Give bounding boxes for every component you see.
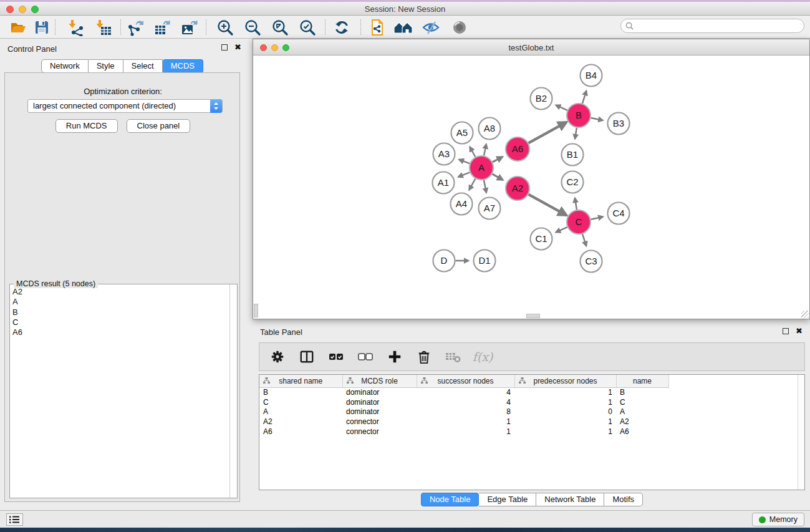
delete-table-button[interactable] xyxy=(444,347,463,366)
edge-A-A4[interactable] xyxy=(469,179,475,190)
table-cell[interactable]: 4 xyxy=(417,387,514,397)
edge-C-C1[interactable] xyxy=(556,227,567,232)
mcds-result-item[interactable]: A2 xyxy=(12,287,229,297)
close-panel-icon[interactable]: ✖ xyxy=(234,44,241,51)
node-table-grid[interactable]: shared nameMCDS rolesuccessor nodesprede… xyxy=(259,375,669,437)
edge-A2-C[interactable] xyxy=(529,195,567,216)
edge-B-B4[interactable] xyxy=(582,90,586,104)
table-cell[interactable]: A xyxy=(259,407,342,417)
edge-A6-B[interactable] xyxy=(529,122,567,143)
hide-selected-button[interactable] xyxy=(419,17,443,37)
mcds-result-scrollbar[interactable] xyxy=(229,284,237,498)
export-table-button[interactable] xyxy=(151,17,175,37)
edge-C-C3[interactable] xyxy=(582,234,586,246)
graph-node-C2[interactable]: C2 xyxy=(562,172,584,193)
open-file-button[interactable] xyxy=(6,17,30,37)
import-table-button[interactable] xyxy=(92,17,115,37)
table-cell[interactable]: C xyxy=(259,397,342,407)
edge-A-A3[interactable] xyxy=(459,160,470,163)
select-all-checkboxes-button[interactable] xyxy=(327,347,345,366)
column-header-shared-name[interactable]: shared name xyxy=(259,375,342,387)
table-cell[interactable]: A2 xyxy=(259,417,342,427)
edge-A-A1[interactable] xyxy=(458,172,470,177)
table-vertical-scrollbar[interactable] xyxy=(798,375,804,490)
graph-node-A1[interactable]: A1 xyxy=(433,172,455,194)
table-cell[interactable]: A xyxy=(616,407,668,417)
edge-A-A6[interactable] xyxy=(493,157,503,162)
table-row[interactable]: A6connector11A6 xyxy=(259,427,668,437)
tab-mcds[interactable]: MCDS xyxy=(163,59,203,73)
edge-B-B3[interactable] xyxy=(591,118,603,120)
table-row[interactable]: Adominator80A xyxy=(259,407,668,417)
first-neighbors-button[interactable] xyxy=(392,17,415,37)
close-panel-button[interactable]: Close panel xyxy=(127,119,191,133)
table-cell[interactable]: 1 xyxy=(417,427,514,437)
deselect-all-checkboxes-button[interactable] xyxy=(356,347,375,366)
mcds-result-item[interactable]: A6 xyxy=(12,327,229,337)
table-cell[interactable]: A2 xyxy=(616,417,668,427)
network-canvas[interactable]: B4B2BB3A5A8A6A3B1AA1C2A2A4A7C4CC1C3DD1 xyxy=(253,56,809,319)
table-cell[interactable]: 1 xyxy=(514,397,616,407)
graph-node-D[interactable]: D xyxy=(433,250,455,272)
table-cell[interactable]: 8 xyxy=(417,407,514,417)
graph-node-A7[interactable]: A7 xyxy=(479,198,501,220)
window-resize-grip[interactable] xyxy=(801,311,809,318)
tab-style[interactable]: Style xyxy=(89,59,123,73)
canvas-vertical-scrollbar[interactable] xyxy=(254,304,258,317)
graph-node-A[interactable]: A xyxy=(470,156,493,180)
table-cell[interactable]: 1 xyxy=(514,417,616,427)
split-table-view-button[interactable] xyxy=(297,347,316,366)
table-cell[interactable]: B xyxy=(616,387,668,397)
table-row[interactable]: Bdominator41B xyxy=(259,387,668,397)
delete-column-button[interactable] xyxy=(415,347,433,366)
table-cell[interactable]: 4 xyxy=(417,397,514,407)
memory-button[interactable]: Memory xyxy=(752,513,804,526)
graph-node-A4[interactable]: A4 xyxy=(451,193,473,215)
search-input[interactable] xyxy=(636,22,804,31)
export-network-button[interactable] xyxy=(124,17,148,37)
table-row[interactable]: A2connector11A2 xyxy=(259,417,668,427)
table-cell[interactable]: dominator xyxy=(342,407,417,417)
graph-node-D1[interactable]: D1 xyxy=(474,250,496,272)
zoom-in-button[interactable] xyxy=(213,17,237,37)
function-builder-button[interactable]: f(x) xyxy=(473,347,492,366)
graph-node-A3[interactable]: A3 xyxy=(433,143,455,165)
graph-node-B[interactable]: B xyxy=(567,104,591,127)
zoom-fit-button[interactable] xyxy=(268,17,292,37)
edge-A-A5[interactable] xyxy=(470,147,475,157)
mcds-result-item[interactable]: A xyxy=(12,297,229,307)
export-image-button[interactable] xyxy=(178,17,201,37)
edge-B-B2[interactable] xyxy=(556,105,567,110)
graph-node-B4[interactable]: B4 xyxy=(581,65,602,87)
edge-B-B1[interactable] xyxy=(575,128,577,139)
zoom-out-button[interactable] xyxy=(241,17,264,37)
mcds-result-item[interactable]: C xyxy=(12,317,229,327)
tab-select[interactable]: Select xyxy=(123,59,163,73)
mcds-result-list[interactable]: A2ABCA6 xyxy=(11,287,229,497)
optimization-criterion-select[interactable]: largest connected component (directed) xyxy=(27,99,223,113)
graph-node-B2[interactable]: B2 xyxy=(531,88,552,110)
edge-A-A8[interactable] xyxy=(484,144,486,155)
import-network-button[interactable] xyxy=(64,17,87,37)
show-panels-menu-button[interactable] xyxy=(6,513,23,526)
show-all-button[interactable] xyxy=(448,17,471,37)
float-panel-icon[interactable] xyxy=(221,44,228,51)
graph-node-A5[interactable]: A5 xyxy=(451,122,473,144)
graph-node-C[interactable]: C xyxy=(567,210,591,234)
graph-node-B3[interactable]: B3 xyxy=(608,113,630,135)
run-mcds-button[interactable]: Run MCDS xyxy=(55,119,118,133)
column-header-successor-nodes[interactable]: successor nodes xyxy=(417,375,514,387)
zoom-selected-button[interactable] xyxy=(296,17,319,37)
close-panel-icon[interactable]: ✖ xyxy=(796,328,803,334)
table-cell[interactable]: dominator xyxy=(342,397,417,407)
search-field[interactable] xyxy=(620,19,804,33)
mcds-result-item[interactable]: B xyxy=(12,307,229,317)
edge-C-C2[interactable] xyxy=(575,198,577,210)
column-header-name[interactable]: name xyxy=(616,375,668,387)
add-column-button[interactable] xyxy=(385,347,404,366)
graph-node-C4[interactable]: C4 xyxy=(608,203,630,225)
edge-A-A7[interactable] xyxy=(484,180,486,193)
column-header-predecessor-nodes[interactable]: predecessor nodes xyxy=(514,375,616,387)
table-row[interactable]: Cdominator41C xyxy=(259,397,668,407)
network-window-titlebar[interactable]: testGlobe.txt xyxy=(253,39,809,56)
